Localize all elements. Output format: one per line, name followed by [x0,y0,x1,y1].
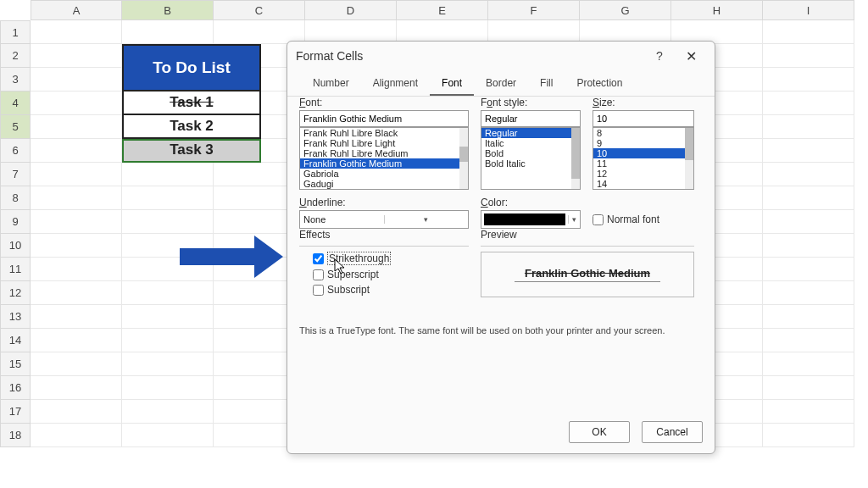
cell[interactable] [122,186,214,210]
ok-button[interactable]: OK [569,421,630,443]
scroll-thumb[interactable] [459,147,468,162]
cell[interactable] [31,186,122,210]
list-item[interactable]: Bold Italic [481,158,580,169]
cell[interactable] [31,92,122,115]
tab-protection[interactable]: Protection [565,70,634,96]
underline-dropdown[interactable]: None ▾ [299,210,469,229]
cell[interactable] [763,115,854,139]
scrollbar[interactable] [571,128,580,189]
scrollbar[interactable] [459,128,468,189]
todo-item[interactable]: Task 3 [122,139,261,163]
cell[interactable] [31,305,122,329]
column-header[interactable]: A [31,0,122,20]
cell[interactable] [31,68,122,92]
cell[interactable] [31,115,122,139]
row-header[interactable]: 12 [0,281,31,305]
row-header[interactable]: 8 [0,186,31,210]
row-header[interactable]: 17 [0,400,31,424]
cell[interactable] [763,163,854,186]
cell[interactable] [763,258,854,281]
cell[interactable] [763,139,854,163]
list-item[interactable]: 11 [593,158,693,169]
font-input[interactable] [299,110,469,127]
cell[interactable] [763,424,854,447]
list-item[interactable]: 14 [593,179,693,189]
column-header[interactable]: I [763,0,854,20]
close-button[interactable]: ✕ [676,45,706,67]
column-header[interactable]: C [214,0,305,20]
row-header[interactable]: 13 [0,305,31,329]
cell[interactable] [31,281,122,305]
todo-item[interactable]: Task 2 [122,115,261,139]
column-header[interactable]: D [305,0,397,20]
row-header[interactable]: 18 [0,424,31,447]
row-header[interactable]: 3 [0,68,31,92]
cell[interactable] [31,258,122,281]
cell[interactable] [31,352,122,376]
list-item[interactable]: Gabriola [300,169,468,179]
font-style-input[interactable] [481,110,581,127]
tab-alignment[interactable]: Alignment [361,70,430,96]
cell[interactable] [763,234,854,258]
cell[interactable] [31,20,122,44]
column-header[interactable]: F [488,0,580,20]
cell[interactable] [763,92,854,115]
color-dropdown[interactable]: ▾ [481,210,581,229]
subscript-checkbox[interactable]: Subscript [313,282,469,297]
cell[interactable] [122,424,214,447]
row-header[interactable]: 16 [0,376,31,400]
font-listbox[interactable]: Frank Ruhl Libre BlackFrank Ruhl Libre L… [299,127,469,190]
cell[interactable] [763,352,854,376]
scrollbar[interactable] [685,128,693,189]
row-header[interactable]: 9 [0,210,31,234]
row-header[interactable]: 15 [0,352,31,376]
cell[interactable] [763,305,854,329]
row-header[interactable]: 1 [0,20,31,44]
normal-font-checkbox[interactable]: Normal font [593,212,659,227]
cell[interactable] [122,281,214,305]
cell[interactable] [122,163,214,186]
list-item[interactable]: Frank Ruhl Libre Black [300,128,468,138]
tab-border[interactable]: Border [474,70,528,96]
column-header[interactable]: E [397,0,488,20]
column-header[interactable]: G [580,0,671,20]
list-item[interactable]: 10 [593,148,693,158]
list-item[interactable]: 9 [593,138,693,148]
cell[interactable] [122,376,214,400]
list-item[interactable]: 8 [593,128,693,138]
todo-title-cell[interactable]: To Do List [122,44,261,92]
scroll-thumb[interactable] [685,128,693,160]
row-header[interactable]: 2 [0,44,31,68]
cell[interactable] [122,352,214,376]
cell[interactable] [31,210,122,234]
row-header[interactable]: 5 [0,115,31,139]
strikethrough-checkbox[interactable]: Strikethrough [313,250,469,267]
cell[interactable] [763,44,854,68]
column-header[interactable]: H [671,0,763,20]
cell[interactable] [763,281,854,305]
cell[interactable] [763,186,854,210]
cell[interactable] [31,329,122,352]
cell[interactable] [122,400,214,424]
cell[interactable] [763,329,854,352]
column-header[interactable]: B [122,0,214,20]
cell[interactable] [31,376,122,400]
row-header[interactable]: 10 [0,234,31,258]
tab-fill[interactable]: Fill [528,70,565,96]
list-item[interactable]: 12 [593,169,693,179]
tab-number[interactable]: Number [301,70,361,96]
cancel-button[interactable]: Cancel [642,421,703,443]
cell[interactable] [763,400,854,424]
list-item[interactable]: Franklin Gothic Medium [300,158,468,169]
list-item[interactable]: Gadugi [300,179,468,189]
list-item[interactable]: Italic [481,138,580,148]
cell[interactable] [122,305,214,329]
cell[interactable] [763,376,854,400]
cell[interactable] [122,329,214,352]
list-item[interactable]: Bold [481,148,580,158]
cell[interactable] [31,139,122,163]
size-input[interactable] [593,110,694,127]
font-style-listbox[interactable]: RegularItalicBoldBold Italic [481,127,581,190]
row-header[interactable]: 11 [0,258,31,281]
list-item[interactable]: Regular [481,128,580,138]
